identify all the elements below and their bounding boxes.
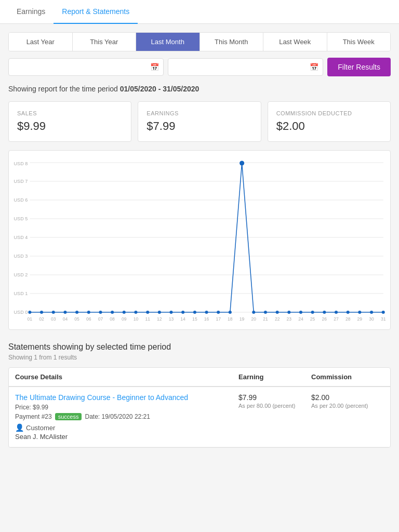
chart-card: USD 0 USD 1 USD 2 USD 3 USD 4 USD 5 USD … [8, 150, 391, 330]
statements-section-title: Statements showing by selected time peri… [8, 342, 391, 352]
nav-item-earnings[interactable]: Earnings [8, 0, 54, 24]
svg-text:13: 13 [169, 316, 174, 322]
svg-point-42 [311, 311, 314, 314]
svg-text:23: 23 [287, 316, 292, 322]
date-input-1[interactable] [9, 59, 146, 75]
svg-point-44 [335, 311, 338, 314]
x-axis: 01 02 03 04 05 06 07 08 09 10 11 12 13 1… [28, 316, 386, 322]
svg-point-46 [358, 311, 361, 314]
svg-point-35 [229, 311, 232, 314]
svg-text:01: 01 [28, 316, 33, 322]
svg-text:USD 2: USD 2 [14, 272, 28, 277]
svg-point-26 [123, 311, 126, 314]
filter-results-button[interactable]: Filter Results [327, 58, 391, 76]
svg-text:25: 25 [310, 316, 315, 322]
date-input-2[interactable] [168, 59, 305, 75]
svg-text:22: 22 [275, 316, 280, 322]
col-header-commission: Commission [311, 373, 384, 381]
svg-point-34 [217, 311, 220, 314]
svg-point-40 [287, 311, 290, 314]
tab-this-month[interactable]: This Month [200, 33, 264, 51]
report-period-prefix: Showing report for the time period [8, 85, 120, 93]
payment-date: Date: 19/05/2020 22:21 [85, 413, 150, 420]
svg-text:05: 05 [74, 316, 79, 322]
svg-point-31 [181, 311, 184, 314]
chart-container: USD 0 USD 1 USD 2 USD 3 USD 4 USD 5 USD … [13, 159, 386, 325]
svg-point-27 [134, 311, 137, 314]
svg-point-28 [146, 311, 149, 314]
svg-text:28: 28 [345, 316, 351, 322]
svg-point-41 [299, 311, 302, 314]
svg-text:20: 20 [251, 316, 256, 322]
customer-label: Customer [26, 424, 55, 432]
stat-card-sales: SALES $9.99 [8, 101, 131, 142]
svg-point-24 [99, 311, 102, 314]
calendar-icon-1[interactable]: 📅 [146, 59, 163, 75]
earnings-chart: USD 0 USD 1 USD 2 USD 3 USD 4 USD 5 USD … [13, 159, 386, 325]
tab-this-week[interactable]: This Week [327, 33, 391, 51]
svg-text:USD 5: USD 5 [14, 216, 28, 221]
date-input-1-wrap: 📅 [8, 58, 164, 76]
earning-cell: $7.99 As per 80.00 (percent) [238, 393, 311, 409]
svg-point-32 [193, 311, 196, 314]
tab-this-year[interactable]: This Year [73, 33, 137, 51]
svg-point-33 [205, 311, 208, 314]
nav-item-report-statements[interactable]: Report & Statements [54, 0, 138, 24]
svg-point-48 [382, 311, 385, 314]
svg-text:19: 19 [240, 316, 245, 322]
stats-cards: SALES $9.99 EARNINGS $7.99 COMMISSION DE… [8, 101, 391, 142]
stat-label-earnings: EARNINGS [147, 110, 252, 116]
commission-value: $2.00 [311, 393, 384, 402]
svg-text:29: 29 [357, 316, 363, 322]
svg-point-21 [63, 311, 66, 314]
statements-showing: Showing 1 from 1 results [8, 354, 391, 361]
table-header: Course Details Earning Commission [9, 368, 390, 387]
svg-text:04: 04 [63, 316, 68, 322]
svg-text:21: 21 [263, 316, 268, 322]
svg-text:31: 31 [381, 316, 386, 322]
svg-point-22 [75, 311, 78, 314]
customer-row: 👤 Customer [15, 423, 238, 432]
svg-point-20 [52, 311, 55, 314]
stat-label-sales: SALES [17, 110, 123, 116]
stat-card-commission: COMMISSION DEDUCTED $2.00 [268, 101, 391, 142]
commission-cell: $2.00 As per 20.00 (percent) [311, 393, 384, 409]
main-content: Last Year This Year Last Month This Mont… [0, 24, 399, 456]
stat-label-commission: COMMISSION DEDUCTED [276, 110, 382, 116]
svg-text:USD 8: USD 8 [14, 161, 28, 166]
svg-point-45 [347, 311, 350, 314]
svg-text:USD 4: USD 4 [14, 235, 28, 240]
tab-last-week[interactable]: Last Week [263, 33, 327, 51]
y-axis: USD 0 USD 1 USD 2 USD 3 USD 4 USD 5 USD … [14, 161, 383, 315]
date-input-2-wrap: 📅 [168, 58, 323, 76]
svg-text:18: 18 [228, 316, 233, 322]
svg-point-38 [264, 311, 267, 314]
earning-value: $7.99 [238, 393, 311, 402]
svg-text:16: 16 [204, 316, 209, 322]
statements-table: Course Details Earning Commission The Ul… [8, 367, 391, 448]
svg-point-18 [28, 311, 31, 314]
earning-detail: As per 80.00 (percent) [238, 403, 311, 409]
svg-point-25 [111, 311, 114, 314]
svg-text:USD 0: USD 0 [14, 310, 28, 315]
tab-last-year[interactable]: Last Year [9, 33, 73, 51]
svg-text:11: 11 [145, 316, 150, 322]
statements-section: Statements showing by selected time peri… [8, 342, 391, 448]
calendar-icon-2[interactable]: 📅 [305, 59, 323, 75]
tab-last-month[interactable]: Last Month [136, 33, 200, 51]
commission-detail: As per 20.00 (percent) [311, 403, 384, 409]
svg-text:USD 6: USD 6 [14, 197, 28, 203]
stat-value-commission: $2.00 [276, 119, 382, 133]
svg-point-29 [158, 311, 161, 314]
svg-text:03: 03 [51, 316, 56, 322]
top-nav: Earnings Report & Statements [0, 0, 399, 24]
svg-text:USD 1: USD 1 [14, 291, 28, 296]
course-price: Price: $9.99 [15, 404, 238, 411]
svg-text:07: 07 [98, 316, 103, 322]
course-name-link[interactable]: The Ultimate Drawing Course - Beginner t… [15, 393, 238, 402]
stat-card-earnings: EARNINGS $7.99 [138, 101, 261, 142]
svg-text:USD 7: USD 7 [14, 179, 28, 184]
svg-text:09: 09 [122, 316, 127, 322]
period-tabs: Last Year This Year Last Month This Mont… [8, 32, 391, 51]
report-period-text: Showing report for the time period 01/05… [8, 85, 391, 93]
